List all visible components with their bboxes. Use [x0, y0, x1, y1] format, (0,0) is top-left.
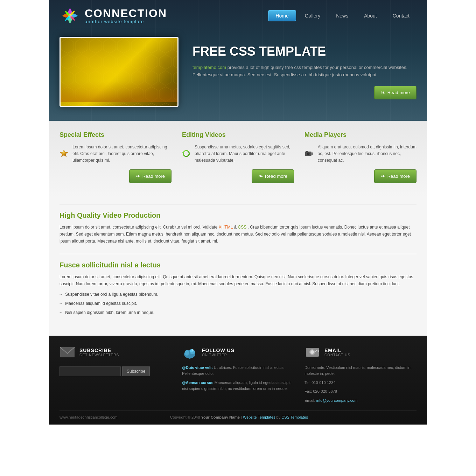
feature-2-read-more[interactable]: Read more: [252, 169, 294, 183]
site-tagline: another website template: [85, 19, 167, 24]
footer-subscribe: SUBSCRIBE GET NEWSLETTERS Subscribe: [59, 344, 172, 404]
email-sub: CONTACT US: [324, 353, 350, 357]
email-body: Donec ante. Vestibulum nisl mauris, male…: [304, 365, 416, 377]
section-1-body: Lorem ipsum dolor sit amet, consectetur …: [59, 224, 416, 245]
email-contact: Email: info@yourcompany.com: [304, 398, 416, 404]
nav-about[interactable]: About: [357, 10, 384, 21]
footer-grid: SUBSCRIBE GET NEWSLETTERS Subscribe: [59, 344, 416, 404]
follow-post1-link[interactable]: @Duis vitae velit: [182, 365, 213, 370]
hero-link[interactable]: templatemo.com: [192, 65, 226, 70]
divider-1: [59, 204, 416, 204]
section-2-body: Lorem ipsum dolor sit amet, consectetur …: [59, 273, 416, 288]
subscribe-button[interactable]: Subscribe: [122, 366, 150, 376]
feature-media-players: Media Players Aliquam erat arcu, euismod…: [304, 131, 416, 183]
nav-home[interactable]: Home: [268, 10, 296, 21]
feature-1-read-more[interactable]: Read more: [129, 169, 172, 183]
hero-image: [59, 37, 178, 107]
logo-icon: [59, 5, 80, 26]
site-name: CONNECTION: [85, 8, 167, 19]
feature-3-read-more[interactable]: Read more: [374, 169, 416, 183]
email-label: Email:: [304, 398, 315, 402]
feature-special-effects: Special Effects Lorem ipsum dolor sit am…: [59, 131, 172, 183]
website-templates-link[interactable]: Website Templates: [243, 415, 275, 419]
star-icon: [59, 144, 68, 163]
feature-2-title: Editing Videos: [182, 131, 294, 139]
svg-rect-7: [312, 152, 313, 155]
envelope-icon: [59, 344, 75, 360]
email-tel: Tel: 010-010-1234: [304, 380, 416, 386]
section-fusce: Fusce sollicitudin nisl a lectus Lorem i…: [59, 261, 416, 316]
footer-email: EMAIL CONTACT US Donec ante. Vestibulum …: [304, 344, 416, 404]
svg-rect-2: [61, 38, 178, 107]
refresh-icon: [182, 144, 190, 163]
css-templates-link[interactable]: CSS Templates: [281, 415, 308, 419]
feature-3-text: Aliquam erat arcu, euismod et, dignissim…: [318, 144, 416, 164]
feature-1-text: Lorem ipsum dolor sit amet, consectetur …: [72, 144, 172, 164]
bullet-2: Maecenas aliquam id egestas suscipit.: [59, 300, 416, 307]
feature-3-body: Aliquam erat arcu, euismod et, dignissim…: [304, 144, 416, 164]
footer-subscribe-header: SUBSCRIBE GET NEWSLETTERS: [59, 344, 172, 360]
svg-marker-3: [60, 150, 68, 157]
feature-3-title: Media Players: [304, 131, 416, 139]
features-grid: Special Effects Lorem ipsum dolor sit am…: [59, 131, 416, 183]
feature-2-body: Suspendisse urna metus, sodales eget sag…: [182, 144, 294, 164]
header-top: CONNECTION another website template Home…: [49, 0, 427, 30]
site-url: www.heritagechristiancollege.com: [59, 415, 118, 419]
follow-post1: @Duis vitae velit Ut ultrices. Fusce sol…: [182, 365, 294, 377]
header: CONNECTION another website template Home…: [49, 0, 427, 121]
svg-point-17: [192, 349, 194, 351]
footer: SUBSCRIBE GET NEWSLETTERS Subscribe: [49, 336, 427, 425]
subscribe-input[interactable]: [59, 366, 121, 376]
follow-post2-link[interactable]: @Aenean cursus: [182, 380, 214, 385]
svg-point-18: [188, 355, 191, 359]
section-video-production: High Quality Video Production Lorem ipsu…: [59, 211, 416, 245]
camera-icon: [304, 144, 314, 163]
svg-point-21: [310, 350, 314, 354]
svg-marker-5: [188, 154, 190, 155]
copyright: Copyright © 2048 Your Company Name | Web…: [170, 415, 308, 419]
nav-news[interactable]: News: [329, 10, 355, 21]
email-fax: Fax: 020-020-5678: [304, 388, 416, 395]
footer-follow: FOLLOW US ON TWITTER @Duis vitae velit U…: [182, 344, 294, 404]
hero-text: FREE CSS TEMPLATE templatemo.com provide…: [192, 44, 416, 99]
twitter-icon: [182, 344, 198, 360]
email-title: EMAIL: [324, 348, 350, 353]
main-nav: Home Gallery News About Contact: [268, 10, 416, 21]
footer-bottom: www.heritagechristiancollege.com Copyrig…: [59, 411, 416, 419]
main-content: High Quality Video Production Lorem ipsu…: [49, 197, 427, 336]
subscribe-sub: GET NEWSLETTERS: [79, 353, 119, 357]
svg-point-11: [308, 153, 309, 154]
bullet-3: Nisi sapien dignissim nibh, lorem urna i…: [59, 309, 416, 316]
xhtml-link[interactable]: XHTML: [219, 225, 233, 230]
footer-email-header: EMAIL CONTACT US: [304, 344, 416, 360]
hero-body: templatemo.com provides a lot of high qu…: [192, 64, 416, 79]
svg-point-0: [68, 14, 72, 18]
feature-1-title: Special Effects: [59, 131, 172, 139]
email-icon: [304, 344, 320, 360]
bullet-list: Suspendisse vitae orci a ligula egestas …: [59, 291, 416, 316]
svg-point-16: [185, 350, 189, 356]
section-2-title: Fusce sollicitudin nisl a lectus: [59, 261, 416, 269]
feature-1-body: Lorem ipsum dolor sit amet, consectetur …: [59, 144, 172, 164]
nav-contact[interactable]: Contact: [386, 10, 416, 21]
nav-gallery[interactable]: Gallery: [298, 10, 327, 21]
bullet-1: Suspendisse vitae orci a ligula egestas …: [59, 291, 416, 298]
features-section: Special Effects Lorem ipsum dolor sit am…: [49, 121, 427, 197]
footer-follow-header: FOLLOW US ON TWITTER: [182, 344, 294, 360]
follow-post2: @Aenean cursus Maecenas aliquam, ligula …: [182, 380, 294, 392]
section-1-title: High Quality Video Production: [59, 211, 416, 219]
follow-title: FOLLOW US: [202, 348, 234, 353]
feature-2-text: Suspendisse urna metus, sodales eget sag…: [195, 144, 294, 164]
follow-sub: ON TWITTER: [202, 353, 234, 357]
feature-editing-videos: Editing Videos Suspendisse urna metu: [182, 131, 294, 183]
subscribe-title: SUBSCRIBE: [79, 348, 119, 353]
logo-text: CONNECTION another website template: [85, 8, 167, 24]
hero-section: FREE CSS TEMPLATE templatemo.com provide…: [49, 30, 427, 121]
divider-2: [59, 254, 416, 254]
css-link[interactable]: CSS: [238, 225, 247, 230]
logo-area: CONNECTION another website template: [59, 5, 167, 26]
hero-title: FREE CSS TEMPLATE: [192, 44, 416, 59]
svg-rect-10: [306, 151, 308, 152]
email-addr[interactable]: info@yourcompany.com: [316, 398, 358, 402]
hero-read-more-btn[interactable]: Read more: [374, 86, 416, 99]
